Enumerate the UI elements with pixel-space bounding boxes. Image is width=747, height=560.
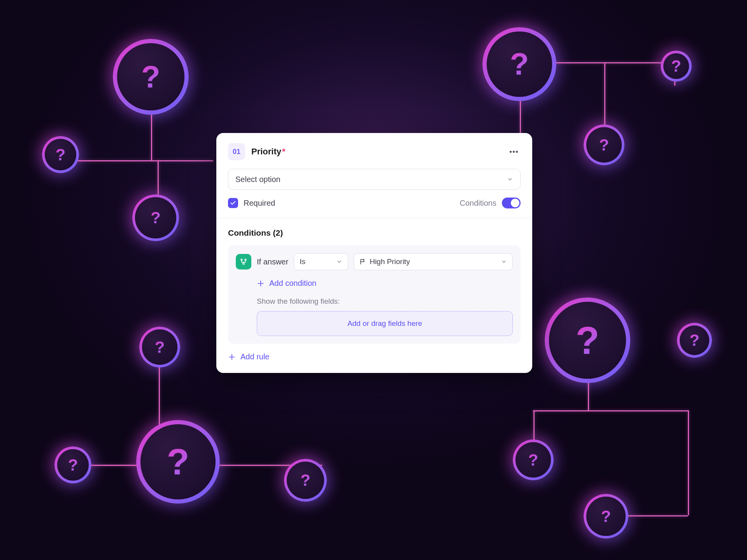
condition-rule: If answer Is High Priority Add condition — [228, 245, 521, 344]
decorative-line — [618, 515, 688, 516]
conditions-toggle[interactable] — [502, 198, 521, 208]
decorative-line — [688, 410, 689, 515]
show-fields-label: Show the following fields: — [257, 297, 513, 306]
card-header: 01 Priority* ••• — [216, 133, 532, 169]
value-select[interactable]: High Priority — [354, 253, 513, 270]
decorative-line — [588, 362, 589, 410]
question-bubble-icon: ? — [136, 420, 220, 504]
question-bubble-icon: ? — [584, 124, 624, 165]
decorative-line — [520, 62, 675, 63]
option-select[interactable]: Select option — [228, 169, 521, 190]
dropzone-label: Add or drag fields here — [347, 319, 422, 328]
required-checkbox[interactable] — [228, 198, 238, 208]
question-bubble-icon: ? — [513, 439, 554, 480]
chevron-down-icon — [336, 259, 342, 265]
decorative-line — [604, 62, 605, 136]
select-placeholder: Select option — [235, 175, 281, 184]
add-condition-label: Add condition — [269, 279, 316, 288]
branch-icon — [236, 254, 251, 270]
plus-icon — [228, 353, 236, 361]
add-rule-button[interactable]: Add rule — [228, 352, 270, 361]
decorative-line — [533, 410, 535, 451]
chevron-down-icon — [507, 176, 513, 182]
field-editor-card: 01 Priority* ••• Select option Required … — [216, 133, 532, 373]
question-bubble-icon: ? — [661, 51, 692, 82]
question-bubble-icon: ? — [677, 323, 712, 358]
question-bubble-icon: ? — [482, 27, 556, 101]
field-title-text: Priority — [251, 147, 281, 156]
add-condition-button[interactable]: Add condition — [257, 279, 316, 288]
required-asterisk: * — [282, 147, 286, 156]
condition-value: High Priority — [370, 257, 410, 266]
decorative-line — [151, 102, 152, 160]
decorative-line — [158, 160, 159, 199]
question-bubble-icon: ? — [42, 136, 79, 173]
operator-select[interactable]: Is — [294, 253, 348, 270]
more-menu-button[interactable]: ••• — [507, 145, 521, 158]
decorative-line — [305, 465, 307, 484]
field-title: Priority* — [251, 147, 286, 157]
question-bubble-icon: ? — [132, 194, 179, 241]
flag-icon — [359, 258, 366, 265]
decorative-line — [65, 160, 213, 161]
decorative-line — [674, 62, 675, 86]
conditions-heading: Conditions (2) — [228, 228, 521, 238]
add-rule-label: Add rule — [240, 352, 270, 361]
if-answer-label: If answer — [257, 257, 288, 266]
decorative-line — [73, 465, 322, 466]
chevron-down-icon — [501, 259, 507, 265]
field-number-badge: 01 — [228, 143, 245, 160]
conditions-label: Conditions — [459, 199, 496, 208]
question-bubble-icon: ? — [54, 446, 91, 483]
question-bubble-icon: ? — [284, 459, 327, 502]
operator-value: Is — [300, 257, 305, 266]
plus-icon — [257, 280, 265, 287]
question-bubble-icon: ? — [584, 494, 628, 539]
question-bubble-icon: ? — [113, 39, 189, 115]
fields-dropzone[interactable]: Add or drag fields here — [257, 311, 513, 336]
toggle-knob — [511, 199, 519, 207]
question-bubble-icon: ? — [545, 298, 630, 383]
required-label: Required — [244, 199, 275, 208]
check-icon — [230, 200, 236, 206]
question-bubble-icon: ? — [139, 327, 180, 368]
decorative-line — [520, 91, 521, 138]
decorative-line — [159, 360, 160, 436]
decorative-line — [533, 410, 689, 411]
